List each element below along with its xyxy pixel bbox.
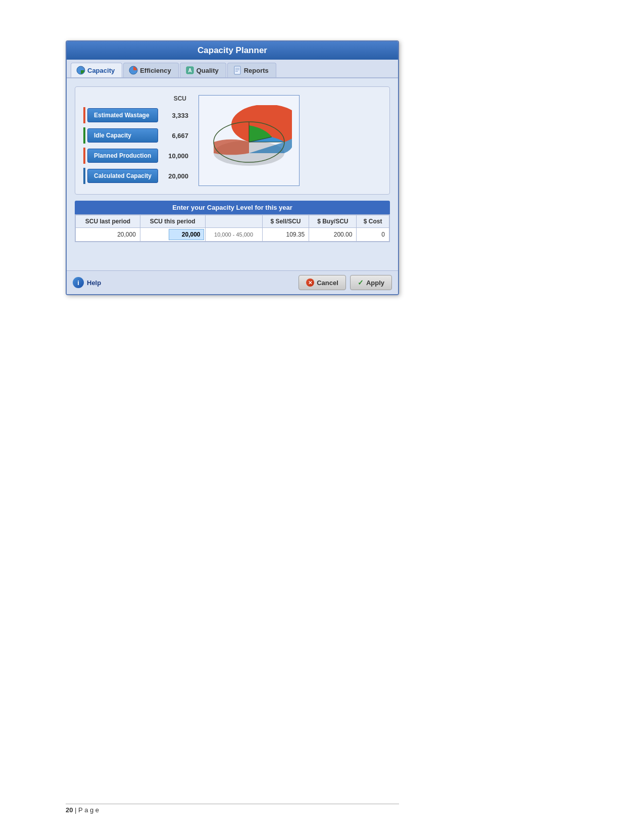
page-text: P a g e bbox=[78, 806, 99, 814]
capacity-data-table: SCU last period SCU this period $ Sell/S… bbox=[75, 215, 389, 242]
scu-header: SCU bbox=[83, 95, 188, 102]
sell-scu-value: 109.35 bbox=[262, 228, 309, 242]
help-button[interactable]: i Help bbox=[73, 277, 101, 288]
pie-chart-area bbox=[199, 95, 300, 186]
scu-last-value: 20,000 bbox=[76, 228, 140, 242]
wastage-label: Estimated Wastage bbox=[87, 108, 158, 122]
idle-label: Idle Capacity bbox=[87, 128, 158, 143]
quality-tab-icon: A bbox=[185, 66, 194, 75]
efficiency-tab-icon bbox=[129, 66, 138, 75]
tab-capacity-label: Capacity bbox=[87, 67, 115, 74]
data-table-section: SCU last period SCU this period $ Sell/S… bbox=[75, 214, 390, 242]
tab-reports-label: Reports bbox=[244, 67, 269, 74]
table-data-row: 20,000 10,000 - 45,000 109.35 200.00 0 bbox=[76, 228, 389, 242]
col-range bbox=[205, 215, 262, 228]
wastage-value: 3,333 bbox=[158, 112, 188, 119]
apply-button[interactable]: ✓ Apply bbox=[350, 275, 392, 290]
planned-label: Planned Production bbox=[87, 149, 158, 163]
col-scu-this: SCU this period bbox=[140, 215, 205, 228]
svg-text:A: A bbox=[188, 68, 191, 73]
apply-label: Apply bbox=[366, 279, 384, 287]
pie-chart bbox=[206, 105, 292, 176]
metric-row-wastage: Estimated Wastage 3,333 bbox=[83, 107, 188, 123]
metric-row-planned: Planned Production 10,000 bbox=[83, 148, 188, 164]
tab-quality-label: Quality bbox=[196, 67, 219, 74]
metric-row-calculated: Calculated Capacity 20,000 bbox=[83, 168, 188, 184]
buy-scu-value: 200.00 bbox=[309, 228, 357, 242]
range-value: 10,000 - 45,000 bbox=[205, 228, 262, 242]
capacity-planner-window: Capacity Planner Capacity bbox=[66, 40, 399, 295]
scu-this-input[interactable] bbox=[169, 229, 204, 240]
idle-indicator bbox=[83, 127, 85, 144]
footer-separator: | bbox=[75, 806, 76, 814]
capacity-tab-icon bbox=[76, 66, 85, 75]
calculated-value: 20,000 bbox=[158, 172, 188, 180]
page-footer: 20 | P a g e bbox=[66, 804, 399, 814]
bottom-bar: i Help ✕ Cancel ✓ Apply bbox=[67, 270, 398, 294]
cancel-button[interactable]: ✕ Cancel bbox=[299, 275, 346, 290]
planned-value: 10,000 bbox=[158, 152, 188, 160]
capacity-entry-section: Enter your Capacity Level for this year … bbox=[75, 201, 390, 242]
col-sell-scu: $ Sell/SCU bbox=[262, 215, 309, 228]
idle-value: 6,667 bbox=[158, 132, 188, 140]
tab-reports[interactable]: Reports bbox=[227, 63, 276, 77]
metrics-section: SCU Estimated Wastage 3,333 Idle Capacit… bbox=[83, 95, 188, 186]
planned-indicator bbox=[83, 148, 85, 164]
col-buy-scu: $ Buy/SCU bbox=[309, 215, 357, 228]
action-buttons: ✕ Cancel ✓ Apply bbox=[299, 275, 392, 290]
tab-capacity[interactable]: Capacity bbox=[71, 63, 122, 77]
cancel-label: Cancel bbox=[317, 279, 338, 287]
capacity-section-heading: Enter your Capacity Level for this year bbox=[75, 201, 390, 214]
tabs-bar: Capacity Efficiency A bbox=[67, 60, 398, 78]
apply-icon: ✓ bbox=[358, 279, 364, 287]
page-number: 20 bbox=[66, 806, 73, 814]
wastage-indicator bbox=[83, 107, 85, 123]
svg-rect-4 bbox=[234, 66, 240, 74]
calculated-label: Calculated Capacity bbox=[87, 169, 158, 183]
tab-efficiency-label: Efficiency bbox=[140, 67, 171, 74]
help-icon: i bbox=[73, 277, 84, 288]
window-title: Capacity Planner bbox=[197, 45, 267, 55]
col-cost: $ Cost bbox=[357, 215, 389, 228]
help-label: Help bbox=[87, 279, 101, 287]
scu-this-cell bbox=[140, 228, 205, 242]
window-title-bar: Capacity Planner bbox=[67, 41, 398, 60]
tab-quality[interactable]: A Quality bbox=[180, 63, 226, 77]
main-content: SCU Estimated Wastage 3,333 Idle Capacit… bbox=[67, 78, 398, 270]
cost-value: 0 bbox=[357, 228, 389, 242]
metric-row-idle: Idle Capacity 6,667 bbox=[83, 127, 188, 144]
content-panel: SCU Estimated Wastage 3,333 Idle Capacit… bbox=[75, 86, 390, 195]
table-header-row: SCU last period SCU this period $ Sell/S… bbox=[76, 215, 389, 228]
tab-efficiency[interactable]: Efficiency bbox=[123, 63, 178, 77]
spacer bbox=[75, 242, 390, 262]
reports-tab-icon bbox=[233, 66, 242, 75]
cancel-icon: ✕ bbox=[306, 279, 314, 287]
calculated-indicator bbox=[83, 168, 85, 184]
col-scu-last: SCU last period bbox=[76, 215, 140, 228]
